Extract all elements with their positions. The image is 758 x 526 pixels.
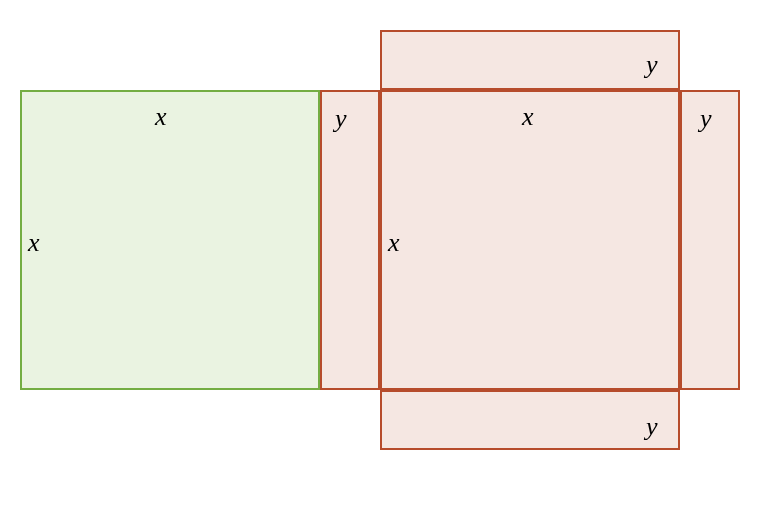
rust-right-flap [680,90,740,390]
label-top-flap-y: y [646,52,658,78]
label-center-top-x: x [522,104,534,130]
rust-top-flap [380,30,680,90]
green-square [20,90,320,390]
label-bottom-flap-y: y [646,414,658,440]
label-green-left-x: x [28,230,40,256]
label-center-left-x: x [388,230,400,256]
diagram-stage: x x y x x y y y [0,0,758,526]
label-right-flap-y: y [700,106,712,132]
rust-center-square [380,90,680,390]
label-left-flap-y: y [335,106,347,132]
label-green-top-x: x [155,104,167,130]
rust-bottom-flap [380,390,680,450]
rust-left-flap [320,90,380,390]
